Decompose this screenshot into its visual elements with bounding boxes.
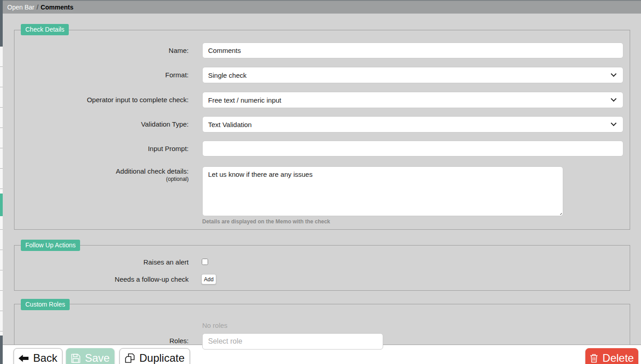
validation-type-select[interactable]: Text Validation bbox=[202, 116, 623, 132]
follow-up-actions-fieldset bbox=[14, 245, 630, 291]
sidebar-collapsed-bottom bbox=[0, 336, 3, 364]
raises-alert-checkbox[interactable] bbox=[202, 259, 208, 265]
additional-details-optional-text: (optional) bbox=[19, 176, 189, 182]
roles-label: Roles: bbox=[19, 337, 189, 345]
validation-type-select-value: Text Validation bbox=[208, 121, 252, 128]
chevron-down-icon bbox=[611, 96, 617, 102]
back-arrow-icon bbox=[19, 355, 28, 362]
additional-details-textarea-wrap: Let us know if there are any issues bbox=[202, 166, 563, 216]
duplicate-icon bbox=[125, 353, 135, 363]
delete-icon bbox=[590, 354, 598, 363]
back-button-label: Back bbox=[33, 352, 57, 364]
sidebar-collapsed-top bbox=[0, 0, 3, 47]
breadcrumb-separator: / bbox=[37, 4, 38, 11]
operator-input-select[interactable]: Free text / numeric input bbox=[202, 92, 623, 108]
additional-details-textarea[interactable]: Let us know if there are any issues bbox=[202, 166, 563, 216]
operator-input-select-value: Free text / numeric input bbox=[208, 96, 281, 104]
delete-button[interactable]: Delete bbox=[585, 348, 638, 364]
format-select[interactable]: Single check bbox=[202, 67, 623, 83]
save-button-label: Save bbox=[85, 352, 110, 364]
additional-details-helper: Details are displayed on the Memo with t… bbox=[202, 218, 330, 225]
role-select[interactable]: Select role bbox=[202, 333, 383, 350]
sidebar-active-item[interactable] bbox=[0, 194, 3, 216]
additional-details-label: Additional check details: (optional) bbox=[19, 167, 189, 182]
name-label: Name: bbox=[19, 47, 189, 54]
check-details-legend: Check Details bbox=[21, 24, 69, 35]
role-select-placeholder: Select role bbox=[208, 337, 242, 345]
chevron-down-icon bbox=[611, 71, 617, 77]
top-bar: Open Bar / Comments bbox=[0, 0, 641, 14]
input-prompt-input[interactable] bbox=[202, 141, 623, 156]
duplicate-button[interactable]: Duplicate bbox=[119, 348, 190, 364]
save-button[interactable]: Save bbox=[66, 348, 114, 364]
chevron-down-icon bbox=[611, 120, 617, 126]
format-select-value: Single check bbox=[208, 71, 247, 79]
save-icon bbox=[71, 354, 81, 363]
operator-input-label: Operator input to complete check: bbox=[19, 96, 189, 104]
duplicate-button-label: Duplicate bbox=[139, 352, 185, 364]
app-screen: Open Bar / Comments Check Details Name: … bbox=[0, 0, 641, 364]
no-roles-text: No roles bbox=[202, 321, 228, 329]
custom-roles-legend: Custom Roles bbox=[21, 299, 70, 310]
delete-button-label: Delete bbox=[603, 352, 634, 364]
sidebar-collapsed-menu bbox=[0, 47, 3, 336]
format-label: Format: bbox=[19, 71, 189, 79]
breadcrumb-parent[interactable]: Open Bar bbox=[7, 4, 34, 11]
additional-details-label-text: Additional check details: bbox=[116, 167, 189, 175]
raises-alert-label: Raises an alert bbox=[19, 258, 189, 266]
breadcrumb-current: Comments bbox=[41, 4, 73, 11]
name-input[interactable] bbox=[202, 43, 623, 58]
follow-up-check-label: Needs a follow-up check bbox=[19, 275, 189, 283]
validation-type-label: Validation Type: bbox=[19, 120, 189, 128]
input-prompt-label: Input Prompt: bbox=[19, 145, 189, 152]
add-follow-up-button[interactable]: Add bbox=[201, 274, 216, 284]
back-button[interactable]: Back bbox=[14, 348, 62, 364]
follow-up-actions-legend: Follow Up Actions bbox=[21, 240, 80, 251]
